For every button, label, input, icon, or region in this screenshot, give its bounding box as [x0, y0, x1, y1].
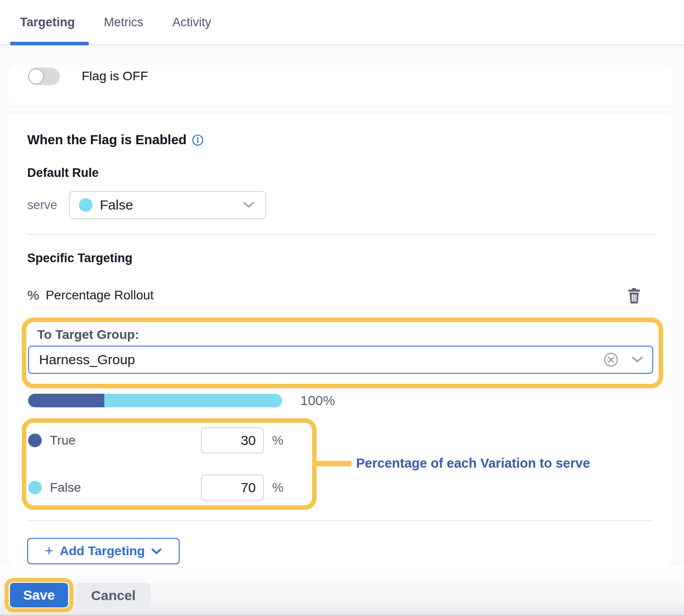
rollout-segment-false — [104, 394, 282, 407]
target-group-label: To Target Group: — [37, 328, 139, 342]
variation-percent-input-false[interactable] — [201, 474, 264, 501]
flag-status-card: Flag is OFF — [8, 64, 672, 106]
flag-targeting-page: Targeting Metrics Activity Flag is OFF W… — [0, 0, 684, 616]
variation-name-true: True — [50, 433, 76, 448]
default-variation-value: False — [100, 197, 243, 213]
variation-percent-input-true[interactable] — [201, 427, 264, 454]
variation-name-false: False — [50, 480, 81, 495]
rule-title: Percentage Rollout — [46, 288, 154, 303]
variation-dot-false — [28, 481, 42, 494]
add-targeting-label: Add Targeting — [60, 544, 145, 558]
tab-activity[interactable]: Activity — [172, 15, 211, 29]
default-variation-select[interactable]: False — [69, 191, 266, 219]
save-button[interactable]: Save — [10, 583, 68, 607]
tab-bar: Targeting Metrics Activity — [0, 0, 684, 45]
default-rule-row: serve False — [27, 191, 266, 219]
flag-status-label: Flag is OFF — [82, 69, 148, 83]
cancel-button[interactable]: Cancel — [76, 583, 151, 608]
serve-label: serve — [27, 198, 69, 212]
chevron-down-icon — [631, 356, 643, 363]
flag-toggle-row: Flag is OFF — [28, 67, 148, 85]
variation-row-false: False % — [26, 474, 312, 501]
delete-rule-trash-icon[interactable] — [627, 288, 641, 303]
annotation-connector-line — [317, 461, 352, 466]
rollout-segment-true — [28, 394, 104, 407]
target-group-highlight-box: To Target Group: Harness_Group — [22, 318, 663, 388]
clear-selection-icon[interactable] — [602, 351, 620, 368]
active-tab-underline — [10, 42, 89, 45]
rollout-distribution-bar — [28, 394, 282, 407]
section-title: When the Flag is Enabled — [27, 132, 204, 147]
divider — [27, 234, 657, 235]
plus-icon: + — [45, 543, 54, 558]
target-group-value: Harness_Group — [39, 352, 591, 367]
section-title-text: When the Flag is Enabled — [27, 132, 186, 147]
add-targeting-button[interactable]: + Add Targeting — [27, 538, 180, 564]
default-rule-heading: Default Rule — [27, 166, 99, 180]
percentage-rollout-rule-header: % Percentage Rollout — [27, 288, 154, 303]
specific-targeting-heading: Specific Targeting — [27, 251, 132, 265]
info-icon[interactable] — [192, 134, 204, 146]
percent-suffix: % — [272, 433, 283, 448]
toggle-knob — [28, 68, 44, 84]
variation-dot-true — [28, 434, 42, 447]
chevron-down-icon — [243, 201, 254, 209]
tab-targeting[interactable]: Targeting — [20, 15, 75, 29]
variation-dot-default — [79, 198, 93, 212]
variation-row-true: True % — [26, 427, 312, 454]
percent-suffix: % — [272, 480, 283, 495]
annotation-text: Percentage of each Variation to serve — [356, 456, 590, 471]
percent-icon: % — [27, 288, 39, 303]
rollout-total-label: 100% — [300, 394, 335, 407]
divider — [27, 520, 653, 521]
tab-metrics[interactable]: Metrics — [104, 15, 143, 29]
save-button-highlight-ring: Save — [5, 578, 73, 612]
variation-weights-highlight-box: True % False % — [22, 418, 317, 510]
target-group-select[interactable]: Harness_Group — [28, 346, 653, 374]
chevron-down-icon — [151, 548, 162, 555]
flag-toggle[interactable] — [28, 68, 60, 85]
